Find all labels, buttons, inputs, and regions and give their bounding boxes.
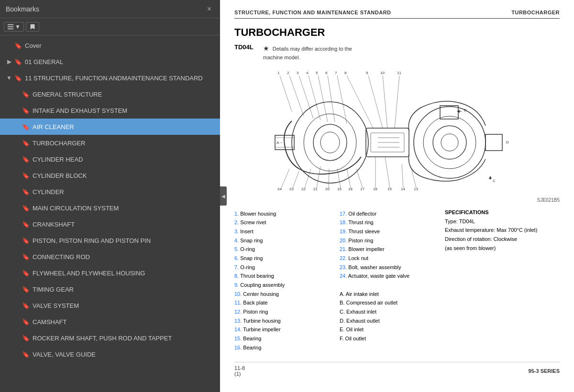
part-number: 21. — [340, 246, 347, 252]
parts-section: 1. Blower housing2. Screw rivet3. Insert… — [234, 209, 560, 352]
part-item: 15. Bearing — [234, 334, 330, 343]
part-item: 21. Blower impeller — [340, 245, 435, 254]
part-item: 1. Blower housing — [234, 209, 330, 218]
bookmark-item-crankshaft[interactable]: ▶🔖CRANKSHAFT — [0, 216, 220, 232]
svg-point-23 — [414, 107, 486, 178]
part-number: 6. — [234, 255, 239, 261]
parts-column-2: 17. Oil deflector18. Thrust ring19. Thru… — [340, 209, 435, 352]
bookmark-item-valve-system[interactable]: ▶🔖VALVE SYSTEM — [0, 297, 220, 314]
parts-column-1: 1. Blower housing2. Screw rivet3. Insert… — [234, 209, 330, 352]
bookmark-item-piston[interactable]: ▶🔖PISTON, PISTON RING AND PISTON PIN — [0, 232, 220, 249]
specs-content: Type: TD04LExhaust temperature: Max 700°… — [445, 217, 560, 253]
bookmark-item-connecting-rod[interactable]: ▶🔖CONNECTING ROD — [0, 249, 220, 265]
bookmark-item-turbocharger[interactable]: ▶🔖TURBOCHARGER — [0, 135, 220, 151]
bookmark-label: AIR CLEANER — [33, 123, 74, 131]
svg-text:A→: A→ — [276, 141, 283, 145]
bookmark-item-cylinder-head[interactable]: ▶🔖CYLINDER HEAD — [0, 151, 220, 167]
bookmark-item-cover[interactable]: ▶🔖Cover — [0, 37, 220, 54]
bookmark-label: CRANKSHAFT — [33, 221, 75, 228]
part-number: 5. — [234, 246, 239, 252]
bookmark-view-button[interactable] — [26, 22, 39, 32]
svg-text:C: C — [493, 179, 496, 183]
svg-text:20: 20 — [325, 187, 330, 191]
svg-text:9: 9 — [366, 71, 368, 75]
collapse-panel-button[interactable]: ◀ — [220, 186, 227, 206]
spec-line: Direction of rotation: Clockwise — [445, 235, 560, 244]
diagram-label: SJE021B5 — [234, 197, 560, 203]
part-item: 7. O-ring — [234, 263, 330, 272]
bookmark-item-flywheel[interactable]: ▶🔖FLYWHEEL AND FLYWHEEL HOUSING — [0, 265, 220, 281]
bookmark-icon: 🔖 — [22, 253, 30, 261]
part-item: 11. Back plate — [234, 298, 330, 307]
bookmark-item-11-structure[interactable]: ▼🔖11 STRUCTURE, FUNCTION ANDMAINTENANCE … — [0, 70, 220, 86]
svg-line-62 — [281, 169, 289, 188]
bookmark-label: Cover — [25, 42, 42, 49]
bookmark-item-valve-guide[interactable]: ▶🔖VALVE, VALVE GUIDE — [0, 346, 220, 362]
part-number: 24. — [340, 273, 347, 279]
svg-text:16: 16 — [373, 187, 377, 191]
header-left-text: STRUCTURE, FUNCTION AND MAINTENANCE STAN… — [234, 10, 391, 15]
svg-line-45 — [337, 76, 347, 123]
svg-point-26 — [441, 134, 458, 151]
svg-text:5: 5 — [316, 71, 318, 75]
part-item: 16. Bearing — [234, 343, 330, 352]
list-view-button[interactable]: ▼ — [4, 22, 24, 32]
part-item: 10. Center housing — [234, 290, 330, 299]
bookmark-item-cylinder-block[interactable]: ▶🔖CYLINDER BLOCK — [0, 167, 220, 184]
bookmark-label: CAMSHAFT — [33, 318, 67, 326]
bookmark-item-general-structure[interactable]: ▶🔖GENERAL STRUCTURE — [0, 86, 220, 102]
bookmark-item-air-cleaner[interactable]: ▶🔖AIR CLEANER — [0, 119, 220, 135]
part-item: 23. Bolt, washer assembly — [340, 263, 435, 272]
part-number: 22. — [340, 255, 347, 261]
svg-text:8: 8 — [344, 71, 347, 75]
bookmark-item-cylinder[interactable]: ▶🔖CYLINDER — [0, 184, 220, 200]
part-item: 20. Piston ring — [340, 236, 435, 245]
bookmark-label: VALVE, VALVE GUIDE — [33, 351, 96, 358]
part-number: 7. — [234, 264, 239, 270]
bookmark-icon: 🔖 — [22, 270, 30, 277]
part-item: A. Air intake inlet — [340, 290, 435, 299]
svg-text:B: B — [464, 108, 466, 112]
close-button[interactable]: × — [204, 4, 214, 14]
part-item: 2. Screw rivet — [234, 218, 330, 227]
panel-title: Bookmarks — [6, 5, 39, 13]
part-item: 4. Snap ring — [234, 236, 330, 245]
svg-text:D: D — [506, 140, 509, 144]
panel-header: Bookmarks × — [0, 0, 220, 18]
part-number: 16. — [234, 345, 242, 350]
part-number: 20. — [340, 238, 347, 243]
dropdown-arrow: ▼ — [15, 23, 21, 30]
bookmark-item-timing-gear[interactable]: ▶🔖TIMING GEAR — [0, 281, 220, 297]
bookmark-item-camshaft[interactable]: ▶🔖CAMSHAFT — [0, 314, 220, 330]
bookmark-item-main-circulation[interactable]: ▶🔖MAIN CIRCULATION SYSTEM — [0, 200, 220, 216]
bookmark-item-intake-exhaust[interactable]: ▶🔖INTAKE AND EXHAUST SYSTEM — [0, 102, 220, 119]
part-number: 4. — [234, 238, 239, 243]
document-header: STRUCTURE, FUNCTION AND MAINTENANCE STAN… — [234, 10, 560, 19]
list-icon — [7, 23, 14, 30]
svg-line-40 — [289, 76, 304, 116]
part-number: 13. — [234, 318, 242, 324]
svg-text:23: 23 — [289, 187, 294, 191]
part-item: 22. Lock nut — [340, 254, 435, 263]
svg-line-69 — [356, 169, 363, 188]
bookmarks-list: ▶🔖Cover▶🔖01 GENERAL▼🔖11 STRUCTURE, FUNCT… — [0, 35, 220, 392]
svg-rect-0 — [8, 24, 13, 25]
svg-line-47 — [368, 76, 383, 128]
svg-line-71 — [385, 157, 390, 188]
diagram-area: 1 2 3 4 5 6 7 8 9 10 11 — [234, 68, 560, 193]
document-view: STRUCTURE, FUNCTION AND MAINTENANCE STAN… — [220, 0, 574, 392]
bookmark-label: 01 GENERAL — [25, 58, 63, 65]
bookmark-item-01-general[interactable]: ▶🔖01 GENERAL — [0, 54, 220, 70]
specs-column: SPECIFICATIONS Type: TD04LExhaust temper… — [445, 209, 560, 352]
spec-line: Exhaust temperature: Max 700°C (inlet) — [445, 226, 560, 235]
document-note: ★ Details may differ according to the ma… — [263, 44, 359, 62]
document-subtitle: TD04L — [234, 44, 254, 51]
svg-text:6: 6 — [325, 71, 328, 75]
svg-rect-1 — [8, 26, 13, 27]
svg-line-48 — [383, 76, 387, 128]
svg-point-24 — [423, 116, 476, 169]
bookmark-label: PISTON, PISTON RING AND PISTON PIN — [33, 237, 151, 244]
svg-text:1: 1 — [277, 71, 280, 75]
bookmark-label: INTAKE AND EXHAUST SYSTEM — [33, 107, 127, 114]
bookmark-item-rocker-arm[interactable]: ▶🔖ROCKER ARM SHAFT, PUSH ROD AND TAPPET — [0, 330, 220, 346]
